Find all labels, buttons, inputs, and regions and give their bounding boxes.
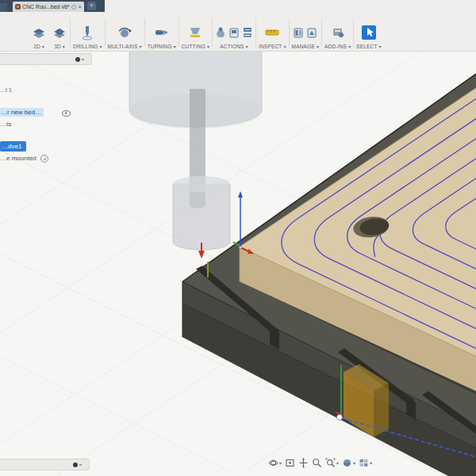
pan-icon <box>298 458 309 468</box>
simulate-icon <box>215 25 226 40</box>
toolbar-group-actions[interactable]: ACTIONS▾ <box>213 12 255 49</box>
browser-item-children[interactable]: …ts <box>0 121 11 128</box>
viewports-button[interactable]: ▾ <box>359 458 372 468</box>
post-process-icon <box>228 25 240 40</box>
drilling-icon <box>79 25 95 40</box>
timeline-handle[interactable] <box>0 459 90 470</box>
previous-tab-edge[interactable] <box>0 3 7 12</box>
look-at-icon <box>285 458 295 468</box>
annotation-label: …e mounted <box>0 155 36 162</box>
toolbar-group-3d[interactable]: 3D▾ <box>49 12 70 49</box>
browser-handle[interactable] <box>0 53 92 65</box>
browser-annotation[interactable]: …e mounted <box>0 155 48 163</box>
view-navigation-bar: ▾ ▾ ▾ ▾ <box>268 458 372 468</box>
active-operation-button[interactable]: …dve1 <box>0 141 26 152</box>
toolbar-group-manage[interactable]: MANAGE▾ <box>290 12 321 49</box>
turning-icon <box>154 25 170 40</box>
2d-toolpath-icon <box>31 25 47 40</box>
tool-library-icon <box>293 25 304 40</box>
visibility-eye-icon[interactable] <box>62 110 71 117</box>
setup-sheet-icon <box>242 25 253 40</box>
3d-toolpath-icon <box>52 25 67 40</box>
toolbar-group-turning[interactable]: TURNING▾ <box>145 12 178 49</box>
tab-status-icon <box>71 5 76 10</box>
viewport-canvas[interactable] <box>0 12 476 476</box>
toolbar-group-cutting[interactable]: CUTTING▾ <box>179 12 212 49</box>
annotation-icon <box>40 155 48 163</box>
display-settings-icon <box>342 458 352 468</box>
browser-document-label: …r new bed… <box>1 109 41 116</box>
browser-handle-icon <box>75 57 80 62</box>
display-settings-button[interactable]: ▾ <box>342 458 355 468</box>
cam-manage-icon <box>306 25 317 40</box>
zoom-icon <box>312 458 322 468</box>
toolbar-group-2d[interactable]: 2D▾ <box>29 12 49 49</box>
viewports-icon <box>359 458 369 468</box>
add-ins-icon <box>330 25 346 40</box>
select-icon <box>361 25 377 40</box>
orbit-icon <box>268 458 278 468</box>
document-tab[interactable]: CNC Rou...bed v6* × <box>13 2 84 12</box>
tab-close-button[interactable]: × <box>78 4 82 10</box>
new-tab-button[interactable]: + <box>87 2 96 10</box>
fit-button[interactable]: ▾ <box>325 458 339 468</box>
fit-icon <box>325 458 336 468</box>
cutting-icon <box>187 25 203 40</box>
document-title: CNC Rou...bed v6* <box>22 4 70 10</box>
document-icon <box>15 4 21 10</box>
look-at-button[interactable] <box>285 458 295 468</box>
toolbar-group-select[interactable]: SELECT▾ <box>354 12 384 49</box>
toolbar-group-inspect[interactable]: INSPECT▾ <box>256 12 289 49</box>
timeline-handle-icon <box>73 463 78 467</box>
browser-item-document[interactable]: …r new bed… <box>0 108 44 117</box>
toolbar-group-add-ins[interactable]: ADD-INS▾ <box>322 12 353 49</box>
multi-axis-icon <box>117 25 132 40</box>
zoom-button[interactable] <box>312 458 322 468</box>
measure-icon <box>264 25 280 40</box>
ribbon-toolbar: 2D▾ 3D▾ DRILLING▾ MULTI-AXIS▾ TURNING▾ C… <box>0 12 476 52</box>
toolbar-group-drilling[interactable]: DRILLING▾ <box>71 12 105 49</box>
title-bar: CNC Rou...bed v6* × + <box>0 0 476 12</box>
orbit-button[interactable]: ▾ <box>268 458 282 468</box>
browser-item-clipped[interactable]: …t 1 <box>0 87 12 93</box>
tab-strip: CNC Rou...bed v6* × + <box>0 0 105 12</box>
pan-button[interactable] <box>298 458 309 468</box>
toolbar-group-multi-axis[interactable]: MULTI-AXIS▾ <box>106 12 144 49</box>
